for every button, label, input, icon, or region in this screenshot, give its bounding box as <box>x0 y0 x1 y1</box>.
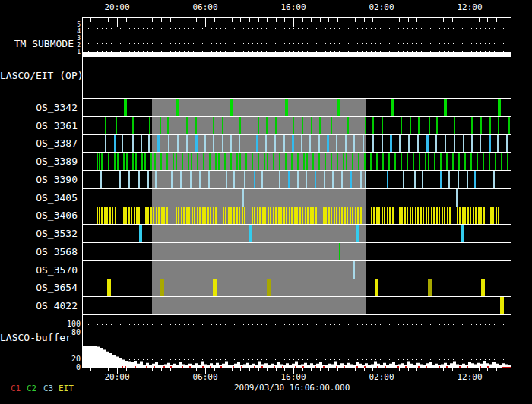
event-tick <box>458 153 460 170</box>
event-tick <box>309 135 311 152</box>
axis-tick-top <box>479 18 480 22</box>
event-tick <box>461 225 464 242</box>
axis-label-bottom: 16:00 <box>277 372 310 382</box>
event-tick <box>204 135 206 152</box>
event-tick <box>376 207 378 224</box>
event-tick <box>473 207 474 224</box>
event-tick <box>177 135 179 152</box>
event-tick <box>414 171 416 188</box>
event-tick <box>176 153 177 170</box>
timeline-plot-window: TM SUBMODE LASCO/EIT (OP) LASCO-buffer 2… <box>0 0 532 404</box>
axis-label-top: 06:00 <box>188 2 222 12</box>
event-tick <box>480 135 481 152</box>
red-baseline-mark <box>282 366 283 368</box>
event-tick <box>456 189 458 207</box>
axis-tick-top <box>170 18 171 22</box>
event-tick <box>273 153 274 170</box>
event-tick <box>442 207 443 224</box>
red-baseline-mark <box>487 366 489 368</box>
red-baseline-mark <box>210 366 211 368</box>
event-tick <box>375 279 378 296</box>
event-tick <box>489 153 490 170</box>
event-tick <box>210 207 211 224</box>
event-tick <box>150 207 152 224</box>
event-tick <box>267 279 271 296</box>
event-tick <box>101 207 103 224</box>
red-baseline-mark <box>122 366 123 368</box>
axis-tick-top <box>443 18 444 22</box>
event-tick <box>382 207 383 224</box>
red-baseline-mark <box>344 366 345 368</box>
event-tick <box>500 297 504 314</box>
event-tick <box>331 117 332 134</box>
axis-tick-bottom <box>408 368 409 371</box>
event-tick <box>297 171 299 188</box>
event-tick <box>454 135 455 152</box>
event-tick <box>328 207 330 224</box>
red-baseline-mark <box>405 366 407 368</box>
event-tick <box>355 207 356 224</box>
axis-tick-top <box>90 18 91 22</box>
axis-tick-top <box>347 18 347 22</box>
event-tick <box>150 153 152 170</box>
axis-tick-bottom <box>223 368 223 371</box>
axis-tick-top <box>214 18 215 22</box>
red-baseline-mark <box>377 366 378 368</box>
event-tick <box>259 207 261 224</box>
event-tick <box>195 117 197 134</box>
event-tick <box>239 117 241 134</box>
axis-tick-bottom <box>479 368 480 371</box>
event-tick <box>470 153 472 170</box>
axis-tick-top <box>144 18 144 22</box>
event-tick <box>312 153 314 170</box>
event-tick <box>213 207 214 224</box>
axis-tick-bottom <box>337 368 338 371</box>
event-tick <box>145 207 147 224</box>
event-tick <box>407 153 408 170</box>
event-tick <box>392 207 394 224</box>
axis-tick-bottom <box>267 368 268 371</box>
event-tick <box>288 171 290 188</box>
axis-tick-top <box>452 18 453 22</box>
axis-tick-top <box>399 18 400 22</box>
event-tick <box>319 117 321 134</box>
event-tick <box>178 207 179 224</box>
event-tick <box>291 153 293 170</box>
event-tick <box>223 207 224 224</box>
axis-tick-top <box>108 18 109 22</box>
event-tick <box>153 207 154 224</box>
axis-label-bottom: 12:00 <box>453 372 486 382</box>
timeline-row-label: OS_3387 <box>0 137 80 149</box>
event-tick <box>493 171 495 188</box>
event-tick <box>105 117 106 134</box>
red-baseline-mark <box>356 366 358 368</box>
event-tick <box>347 117 349 134</box>
event-tick <box>188 207 190 224</box>
event-tick <box>419 153 420 170</box>
event-tick <box>498 207 499 224</box>
event-tick <box>352 207 353 224</box>
event-tick <box>507 153 508 170</box>
axis-tick-top <box>152 18 153 22</box>
red-baseline-mark <box>170 366 172 368</box>
axis-tick-top <box>126 18 127 22</box>
event-tick <box>334 207 335 224</box>
axis-tick-top <box>487 18 488 22</box>
row-separator <box>82 260 511 261</box>
event-tick <box>218 153 220 170</box>
event-tick <box>302 207 303 224</box>
event-tick <box>343 153 344 170</box>
event-tick <box>373 207 375 224</box>
event-tick <box>474 171 476 188</box>
tm-scale-label: 4 <box>70 29 81 35</box>
event-tick <box>155 171 157 188</box>
event-tick <box>230 135 232 152</box>
event-tick <box>382 135 383 152</box>
event-tick <box>141 135 142 152</box>
event-tick <box>483 153 484 170</box>
red-baseline-mark <box>295 366 296 368</box>
event-tick <box>258 117 259 134</box>
event-tick <box>415 207 416 224</box>
event-tick <box>254 171 255 188</box>
event-tick <box>459 207 461 224</box>
